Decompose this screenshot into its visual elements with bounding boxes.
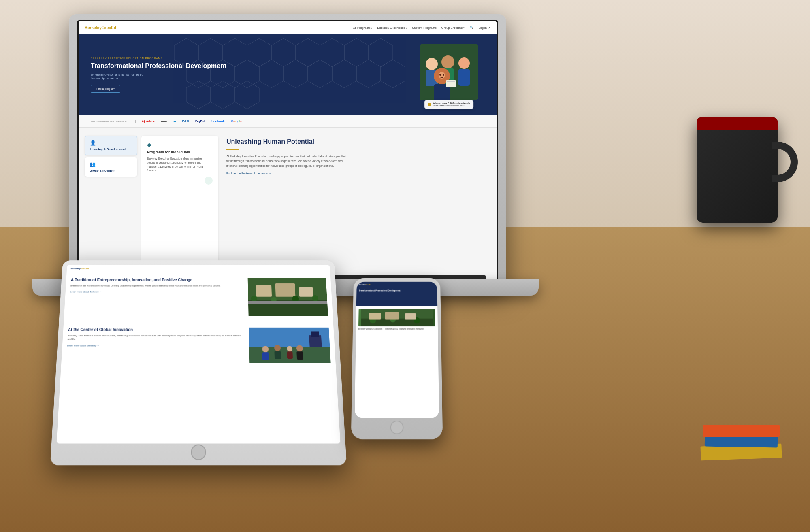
hero-content: BERKELEY EXECUTIVE EDUCATION PROGRAMS Tr… — [91, 57, 420, 93]
chevron-icon-2: ▾ — [406, 26, 407, 29]
phone-image-1 — [358, 309, 435, 327]
badge-stat-text: Helping over 3,200 professionals advance… — [433, 102, 471, 107]
laptop-body: BerkeleyExecEd All Programs ▾ Berkeley E… — [69, 14, 506, 289]
site-logo[interactable]: BerkeleyExecEd — [85, 26, 116, 30]
svg-point-24 — [441, 55, 454, 68]
group-enrollment-card[interactable]: 👥 Group Enrollment — [85, 157, 137, 177]
panel-arrow-button[interactable]: → — [205, 177, 213, 185]
nav-login[interactable]: Log in ↗ — [478, 26, 490, 30]
phone-device: BerkeleyExecEd Transformational Professi… — [351, 278, 443, 439]
phone-body-text: Berkeley Executive Education — transform… — [358, 328, 435, 330]
svg-rect-33 — [447, 83, 455, 83]
svg-rect-87 — [296, 351, 303, 360]
amex-logo: ▬▬ — [161, 120, 167, 123]
nav-all-programs[interactable]: All Programs ▾ — [353, 26, 373, 30]
svg-rect-95 — [405, 313, 416, 319]
svg-rect-32 — [447, 81, 455, 82]
logo-berkeley: Berkeley — [85, 26, 102, 30]
hero-photo — [420, 44, 478, 100]
tablet-screen: BerkeleyExecEd — [57, 265, 341, 443]
svg-rect-27 — [458, 69, 470, 86]
svg-rect-79 — [311, 331, 320, 337]
phone-hero-text: Transformational Professional Developmen… — [359, 289, 435, 292]
mug-top — [697, 117, 778, 130]
paypal-logo: PayPal — [195, 120, 205, 123]
phone-website: BerkeleyExecEd Transformational Professi… — [355, 282, 439, 418]
nav-search-icon[interactable]: 🔍 — [470, 26, 473, 30]
tablet-section-1: A Tradition of Entrepreneurship, Innovat… — [64, 272, 333, 321]
svg-point-34 — [439, 74, 441, 76]
laptop-bezel: BerkeleyExecEd All Programs ▾ Berkeley E… — [77, 20, 498, 281]
nav-berkeley-experience[interactable]: Berkeley Experience ▾ — [377, 26, 407, 30]
right-content-area: Unleashing Human Potential At Berkeley E… — [222, 136, 490, 272]
panel-body-text: Berkeley Executive Education offers imme… — [147, 157, 213, 172]
svg-rect-83 — [274, 351, 281, 359]
tablet-website: BerkeleyExecEd — [57, 265, 341, 443]
books-stack — [701, 419, 790, 459]
website-container: BerkeleyExecEd All Programs ▾ Berkeley E… — [79, 21, 497, 280]
phone-nav: BerkeleyExecEd — [357, 282, 437, 287]
hero-section: BERKELEY EXECUTIVE EDUCATION PROGRAMS Tr… — [79, 34, 497, 115]
navigation: BerkeleyExecEd All Programs ▾ Berkeley E… — [79, 21, 497, 34]
panel-arrow-area: → — [147, 177, 213, 185]
tablet-image-2 — [249, 328, 330, 363]
tablet-image-1 — [248, 278, 328, 316]
salesforce-logo: ☁ — [173, 119, 176, 123]
phone-hero: Transformational Professional Developmen… — [356, 287, 437, 306]
learning-development-card[interactable]: 👤 Learning & Development — [85, 136, 137, 155]
hero-image: Helping over 3,200 professionals advance… — [420, 44, 478, 106]
google-logo: Google — [231, 119, 242, 123]
apple-logo:  — [134, 119, 136, 124]
title-divider — [226, 149, 239, 150]
hero-stats-badge: Helping over 3,200 professionals advance… — [424, 100, 474, 109]
tablet-section-2: At the Center of Global Innovation Berke… — [61, 321, 336, 369]
partners-strip: The Trusted Education Partner for:  A▮ … — [79, 115, 497, 128]
badge-dot-icon — [428, 103, 431, 106]
hero-eyebrow: BERKELEY EXECUTIVE EDUCATION PROGRAMS — [91, 57, 420, 60]
right-body-text: At Berkeley Executive Education, we help… — [226, 154, 348, 168]
phone-img-svg — [358, 309, 435, 327]
right-heading: Unleashing Human Potential — [226, 138, 486, 145]
tablet-img-svg-2 — [249, 328, 330, 363]
laptop-screen: BerkeleyExecEd All Programs ▾ Berkeley E… — [79, 21, 497, 280]
tablet-logo: BerkeleyExecEd — [71, 267, 89, 269]
book-3 — [703, 425, 780, 437]
hero-photo-svg — [420, 44, 478, 100]
logo-execed: ExecEd — [102, 26, 116, 30]
phone-content-section: Berkeley Executive Education — transform… — [356, 306, 438, 333]
partners-label: The Trusted Education Partner for: — [91, 120, 128, 123]
diamond-icon: ◆ — [147, 141, 213, 148]
chevron-icon: ▾ — [371, 26, 372, 29]
main-content-area: 👤 Learning & Development 👥 Group Enrollm… — [79, 128, 497, 280]
hero-subtitle: Where innovation and human-centered lead… — [91, 73, 156, 80]
find-program-button[interactable]: Find a program — [91, 85, 120, 93]
hero-title: Transformational Professional Developmen… — [91, 62, 420, 70]
nav-links-group: All Programs ▾ Berkeley Experience ▾ Cus… — [353, 26, 490, 30]
svg-rect-81 — [262, 352, 269, 360]
learning-dev-label: Learning & Development — [90, 147, 132, 151]
phone-screen: BerkeleyExecEd Transformational Professi… — [355, 282, 439, 418]
group-enrollment-label: Group Enrollment — [90, 169, 132, 172]
person-icon: 👤 — [90, 140, 132, 146]
explore-link[interactable]: Explore the Berkeley Experience → — [226, 172, 486, 175]
svg-rect-68 — [275, 283, 296, 297]
facebook-logo: facebook — [211, 119, 225, 123]
adobe-logo: A▮ Adobe — [142, 120, 155, 123]
tablet-nav: BerkeleyExecEd — [67, 265, 330, 272]
tablet-device: BerkeleyExecEd — [50, 260, 347, 465]
phone-home-button[interactable] — [390, 421, 404, 434]
svg-point-26 — [458, 57, 470, 69]
svg-rect-69 — [299, 287, 313, 296]
group-icon: 👥 — [90, 162, 132, 167]
tablet-img-svg-1 — [248, 278, 328, 316]
programs-panel: ◆ Programs for Individuals Berkeley Exec… — [141, 136, 218, 272]
panel-title: Programs for Individuals — [147, 150, 213, 154]
svg-rect-93 — [369, 313, 381, 319]
svg-point-22 — [426, 58, 438, 70]
svg-rect-74 — [248, 301, 327, 304]
nav-custom-programs[interactable]: Custom Programs — [412, 26, 436, 30]
svg-rect-67 — [256, 285, 272, 297]
pg-logo: P&G — [182, 119, 189, 123]
tablet-home-button[interactable] — [191, 445, 206, 460]
nav-group-enrollment[interactable]: Group Enrollment — [441, 26, 465, 30]
